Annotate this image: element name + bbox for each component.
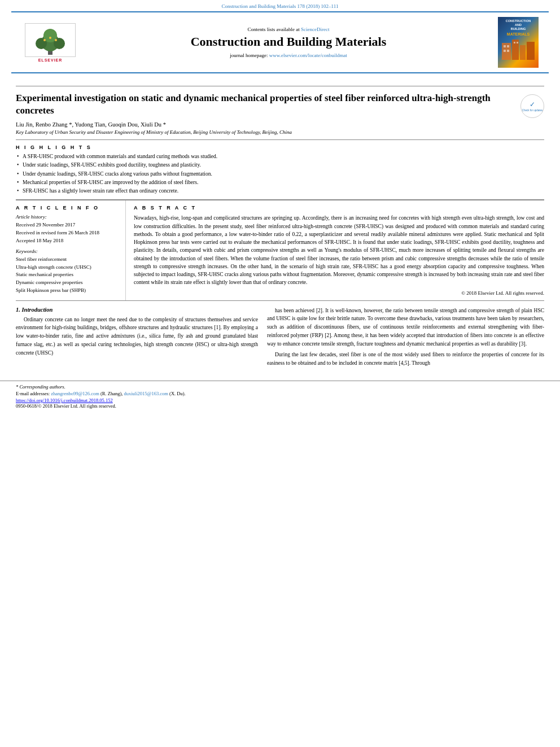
abstract-title: A B S T R A C T <box>134 205 544 211</box>
copyright-line: © 2018 Elsevier Ltd. All rights reserved… <box>134 290 544 296</box>
svg-rect-18 <box>514 42 515 43</box>
email1-link[interactable]: zhangrenbo99@126.com <box>51 391 99 396</box>
authors-text: Liu Jin, Renbo Zhang *, Yudong Tian, Guo… <box>16 121 166 128</box>
svg-rect-17 <box>507 50 509 52</box>
keyword-5: Split Hopkinson press bar (SHPB) <box>16 287 120 294</box>
svg-rect-13 <box>527 42 535 60</box>
email2-link[interactable]: duxiuli2015@163.com <box>124 391 168 396</box>
journal-cover-section: Construction and Building MATERIALS <box>496 17 541 68</box>
journal-header: ELSEVIER Contents lists available at Sci… <box>11 11 549 73</box>
highlights-list: A SFR-UHSC produced with common material… <box>16 153 544 195</box>
svg-point-8 <box>49 37 51 39</box>
body-right-col: has been achieved [2]. It is well-known,… <box>267 307 544 370</box>
article-history-title: Article history: <box>16 214 120 220</box>
authors-line: Liu Jin, Renbo Zhang *, Yudong Tian, Guo… <box>16 121 544 128</box>
page-container: Construction and Building Materials 178 … <box>0 0 560 747</box>
article-title: Experimental investigation on static and… <box>16 92 514 117</box>
science-direct-link: Contents lists available at ScienceDirec… <box>248 27 330 32</box>
highlight-item-4: Mechanical properties of SFR-UHSC are im… <box>16 179 544 186</box>
introduction-title: 1. Introduction <box>16 307 258 313</box>
check-updates-badge: ✓ Check for updates <box>520 94 544 118</box>
email-line: E-mail addresses: zhangrenbo99@126.com (… <box>16 391 544 396</box>
svg-rect-14 <box>504 45 506 47</box>
footer-issn: 0950-0618/© 2018 Elsevier Ltd. All right… <box>16 403 544 409</box>
svg-point-7 <box>55 39 57 41</box>
accepted-date: Accepted 18 May 2018 <box>16 237 120 244</box>
corresponding-note: * Corresponding authors. <box>16 384 544 390</box>
svg-rect-19 <box>517 42 518 43</box>
main-content: Experimental investigation on static and… <box>0 73 560 376</box>
affiliation-line: Key Laboratory of Urban Security and Dis… <box>16 129 544 135</box>
abstract-col: A B S T R A C T Nowadays, high-rise, lon… <box>126 200 544 300</box>
science-direct-anchor[interactable]: ScienceDirect <box>301 27 329 32</box>
article-info-title: A R T I C L E I N F O <box>16 205 120 211</box>
svg-rect-16 <box>504 50 506 52</box>
highlight-item-5: SFR-UHSC has a slightly lower strain rat… <box>16 187 544 195</box>
journal-cover-image: Construction and Building MATERIALS <box>498 17 539 68</box>
keyword-2: Ultra-high strength concrete (UHSC) <box>16 264 120 271</box>
intro-paragraph-1-cont: has been achieved [2]. It is well-known,… <box>267 307 544 348</box>
article-info-col: A R T I C L E I N F O Article history: R… <box>16 200 126 300</box>
cover-title-text: Construction and Building <box>506 19 531 31</box>
journal-homepage-link[interactable]: www.elsevier.com/locate/conbuildmat <box>269 53 347 58</box>
journal-homepage: journal homepage: www.elsevier.com/locat… <box>230 53 347 58</box>
journal-citation-text: Construction and Building Materials 178 … <box>222 3 339 9</box>
intro-paragraph-2: During the last few decades, steel fiber… <box>267 351 544 367</box>
abstract-text: Nowadays, high-rise, long-span and compl… <box>134 214 544 286</box>
received-date: Received 29 November 2017 <box>16 221 120 229</box>
svg-point-6 <box>43 39 46 41</box>
article-title-section: Experimental investigation on static and… <box>16 86 544 118</box>
svg-rect-15 <box>507 45 509 47</box>
journal-citation-bar: Construction and Building Materials 178 … <box>0 0 560 11</box>
elsevier-brand-text: ELSEVIER <box>38 58 63 62</box>
body-content: 1. Introduction Ordinary concrete can no… <box>16 300 544 370</box>
check-updates-icon: ✓ <box>530 101 535 109</box>
cover-materials-text: MATERIALS <box>507 32 530 36</box>
check-updates-text: Check for updates <box>522 109 543 112</box>
elsevier-logo: ELSEVIER <box>25 23 76 62</box>
keyword-4: Dynamic compressive properties <box>16 279 120 286</box>
keyword-3: Static mechanical properties <box>16 271 120 278</box>
svg-rect-12 <box>520 45 526 60</box>
cover-illustration <box>500 37 537 62</box>
page-footer: * Corresponding authors. E-mail addresse… <box>0 381 560 409</box>
elsevier-logo-section: ELSEVIER <box>19 17 81 68</box>
two-col-section: A R T I C L E I N F O Article history: R… <box>16 200 544 300</box>
revised-date: Received in revised form 26 March 2018 <box>16 229 120 237</box>
keywords-section: Keywords: Steel fiber reinforcement Ultr… <box>16 248 120 294</box>
intro-paragraph-1: Ordinary concrete can no longer meet the… <box>16 316 258 357</box>
doi-link[interactable]: https://doi.org/10.1016/j.conbuildmat.20… <box>16 397 113 403</box>
elsevier-logo-image <box>25 23 76 57</box>
highlight-item-2: Under static loadings, SFR-UHSC exhibits… <box>16 161 544 169</box>
highlight-item-1: A SFR-UHSC produced with common material… <box>16 153 544 160</box>
keywords-title: Keywords: <box>16 248 120 254</box>
body-left-col: 1. Introduction Ordinary concrete can no… <box>16 307 267 370</box>
footer-doi[interactable]: https://doi.org/10.1016/j.conbuildmat.20… <box>16 397 544 403</box>
elsevier-tree-icon <box>28 25 73 56</box>
keyword-1: Steel fiber reinforcement <box>16 256 120 263</box>
svg-rect-10 <box>502 43 511 60</box>
journal-title-main: Construction and Building Materials <box>191 34 387 49</box>
journal-title-section: Contents lists available at ScienceDirec… <box>81 17 496 68</box>
highlight-item-3: Under dynamic loadings, SFR-UHSC cracks … <box>16 171 544 178</box>
highlights-section: H I G H L I G H T S A SFR-UHSC produced … <box>16 139 544 200</box>
highlights-title: H I G H L I G H T S <box>16 145 544 150</box>
